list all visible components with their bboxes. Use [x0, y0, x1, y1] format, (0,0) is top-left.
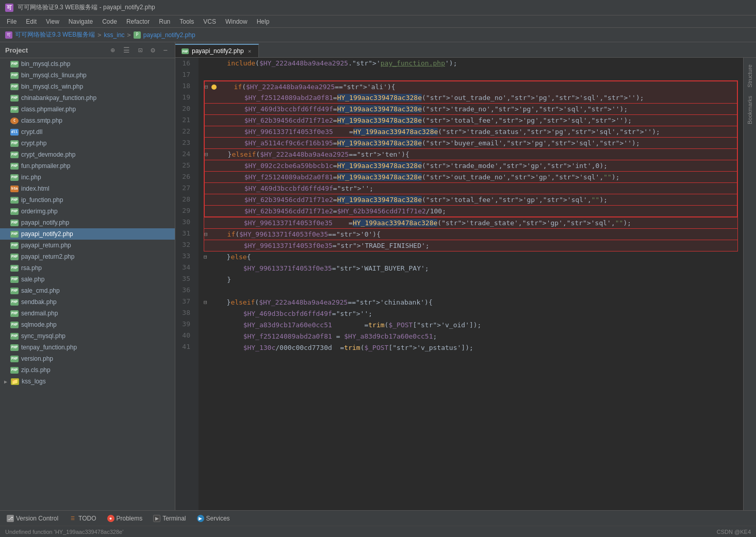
tab-close-btn[interactable]: ×: [247, 48, 253, 55]
code-area[interactable]: include($HY_222a448ba9a4ea2925."str">'pa…: [199, 58, 743, 510]
menu-help[interactable]: Help: [253, 17, 274, 26]
php-icon: PHP: [10, 72, 19, 79]
menu-refactor[interactable]: Refactor: [122, 17, 154, 26]
sidebar-gear-btn[interactable]: ⚙: [149, 45, 157, 55]
tree-item-chinabankpay_function-php[interactable]: PHPchinabankpay_function.php: [0, 92, 175, 104]
terminal-btn[interactable]: ▶ Terminal: [149, 514, 190, 523]
tree-item-crypt_devmode-php[interactable]: PHPcrypt_devmode.php: [0, 149, 175, 160]
code-content-22: $HY_99613371f4053f0e35 =HY_199aac339478a…: [212, 126, 660, 138]
tree-item-crypt-php[interactable]: PHPcrypt.php: [0, 138, 175, 149]
problems-btn[interactable]: ● Problems: [103, 514, 147, 523]
code-line-16: include($HY_222a448ba9a4ea2925."str">'pa…: [204, 58, 738, 69]
tree-label-class-phpmailer-php: class.phpmailer.php: [21, 106, 76, 113]
breadcrumb-sep1: >: [97, 31, 101, 39]
bookmarks-tab[interactable]: Bookmarks: [745, 92, 754, 128]
tree-item-index-html[interactable]: htmindex.html: [0, 183, 175, 194]
tree-item-bin_mysql-cls_win-php[interactable]: PHPbin_mysql.cls_win.php: [0, 81, 175, 92]
tree-item-ip_function-php[interactable]: PHPip_function.php: [0, 194, 175, 206]
menu-code[interactable]: Code: [98, 17, 121, 26]
tree-label-sqlmode-php: sqlmode.php: [21, 321, 57, 328]
code-content-26: $HY_f25124089abd2a0f81=HY_199aac339478ac…: [212, 172, 620, 183]
php-icon: PHP: [10, 95, 19, 102]
tree-item-bin_mysql-cls_linux-php[interactable]: PHPbin_mysql.cls_linux.php: [0, 70, 175, 81]
menu-window[interactable]: Window: [221, 17, 252, 26]
structure-tab[interactable]: Structure: [745, 60, 754, 92]
tree-item-payapi_return-php[interactable]: PHPpayapi_return.php: [0, 240, 175, 251]
tree-item-sqlmode-php[interactable]: PHPsqlmode.php: [0, 319, 175, 330]
tree-item-sendmail-php[interactable]: PHPsendmail.php: [0, 308, 175, 319]
breadcrumb-root[interactable]: 可可网络验证9.3 WEB服务端: [15, 30, 95, 39]
tree-item-rsa-php[interactable]: PHPrsa.php: [0, 262, 175, 274]
fold-icon-33[interactable]: ⊟: [204, 251, 210, 263]
tree-item-payapi_notify2-php[interactable]: PHPpayapi_notify2.php: [0, 228, 175, 240]
line-num-24: 24: [175, 148, 194, 160]
menu-vcs[interactable]: VCS: [199, 17, 220, 26]
tree-item-inc-php[interactable]: PHPinc.php: [0, 172, 175, 183]
tree-item-tenpay_function-php[interactable]: PHPtenpay_function.php: [0, 342, 175, 353]
code-line-33: ⊟ }else{: [204, 251, 738, 263]
terminal-label: Terminal: [162, 515, 186, 522]
code-content-19: $HY_f25124089abd2a0f81=HY_199aac339478ac…: [212, 92, 644, 104]
sidebar-minus-btn[interactable]: −: [161, 45, 170, 55]
tree-item-sync_mysql-php[interactable]: PHPsync_mysql.php: [0, 330, 175, 342]
tree-item-fun-phpmailer-php[interactable]: PHPfun.phpmailer.php: [0, 160, 175, 172]
fold-icon-24[interactable]: ⊟: [205, 149, 211, 160]
code-content-38: $HY_469d3bccbfd6ffd49f="str">'';: [211, 308, 372, 320]
version-control-btn[interactable]: ⎇ Version Control: [3, 514, 62, 523]
line-num-22: 22: [175, 126, 194, 137]
menu-navigate[interactable]: Navigate: [64, 17, 97, 26]
tree-item-sale-php[interactable]: PHPsale.php: [0, 274, 175, 285]
code-content-16: include($HY_222a448ba9a4ea2925."str">'pa…: [211, 58, 457, 69]
breadcrumb-folder[interactable]: kss_inc: [104, 31, 125, 39]
services-btn[interactable]: ▶ Services: [193, 514, 234, 523]
line-num-35: 35: [175, 273, 194, 284]
code-line-41: $HY_130c/000c00cd7730d =trim($_POST["str…: [204, 342, 738, 354]
tree-item-orderimg-php[interactable]: PHPorderimg.php: [0, 206, 175, 217]
menu-run[interactable]: Run: [155, 17, 174, 26]
tree-item-version-php[interactable]: PHPversion.php: [0, 353, 175, 364]
tree-label-bin_mysql-cls_linux-php: bin_mysql.cls_linux.php: [21, 72, 87, 79]
title-bar: 可 可可网络验证9.3 WEB服务端 - payapi_notify2.php: [0, 0, 756, 15]
tree-item-sale_cmd-php[interactable]: PHPsale_cmd.php: [0, 285, 175, 296]
fold-icon-31[interactable]: ⊟: [204, 229, 211, 240]
php-icon: PHP: [10, 231, 19, 238]
line-num-33: 33: [175, 250, 194, 262]
terminal-icon: ▶: [153, 515, 160, 522]
php-icon: PHP: [10, 276, 19, 283]
tree-item-crypt-dll[interactable]: dllcrypt.dll: [0, 126, 175, 138]
tree-item-zip-cls-php[interactable]: PHPzip.cls.php: [0, 364, 175, 376]
tab-file-icon: PHP: [182, 48, 189, 54]
code-content-41: $HY_130c/000c00cd7730d =trim($_POST["str…: [211, 342, 473, 354]
code-content-30: $HY_99613371f4053f0e35 =HY_199aac339478a…: [211, 217, 631, 229]
menu-tools[interactable]: Tools: [175, 17, 198, 26]
tree-label-payapi_notify-php: payapi_notify.php: [21, 219, 69, 226]
menu-file[interactable]: File: [3, 17, 21, 26]
code-line-34: $HY_99613371f4053f0e35="str">'WAIT_BUYER…: [204, 263, 738, 274]
todo-btn[interactable]: ☰ TODO: [65, 514, 100, 523]
tree-item-class-phpmailer-php[interactable]: PHPclass.phpmailer.php: [0, 104, 175, 115]
tree-item-payapi_notify-php[interactable]: PHPpayapi_notify.php: [0, 217, 175, 228]
tab-payapi-notify2[interactable]: PHP payapi_notify2.php ×: [175, 44, 259, 57]
tree-item-class-smtp-php[interactable]: Cclass.smtp.php: [0, 115, 175, 126]
sidebar-expand-btn[interactable]: ⊡: [136, 45, 144, 55]
menu-view[interactable]: View: [42, 17, 63, 26]
line-num-21: 21: [175, 114, 194, 126]
tree-label-payapi_return2-php: payapi_return2.php: [21, 253, 74, 260]
code-line-28: $HY_62b39456cdd71f71e2=HY_199aac339478ac…: [204, 194, 737, 206]
tab-bar: PHP payapi_notify2.php ×: [175, 42, 756, 58]
sidebar-add-btn[interactable]: ⊕: [108, 45, 117, 55]
menu-bar: File Edit View Navigate Code Refactor Ru…: [0, 15, 756, 28]
breadcrumb-file[interactable]: payapi_notify2.php: [143, 31, 195, 39]
code-content-33: }else{: [210, 251, 251, 263]
tree-label-crypt-php: crypt.php: [21, 140, 46, 147]
menu-edit[interactable]: Edit: [22, 17, 41, 26]
fold-icon-18[interactable]: ⊟: [205, 81, 211, 93]
tree-item-bin_mysql-cls-php[interactable]: PHPbin_mysql.cls.php: [0, 58, 175, 70]
fold-icon-37[interactable]: ⊟: [204, 297, 210, 308]
code-line-25: $HY_092c2cbe6a59bbcb1c=HY_199aac339478ac…: [204, 160, 737, 172]
sidebar-list-btn[interactable]: ☰: [121, 45, 132, 55]
tree-folder-kss-logs[interactable]: ▶📁kss_logs: [0, 376, 175, 387]
code-line-31: ⊟ if($HY_99613371f4053f0e35=="str">'0'){: [204, 229, 738, 240]
tree-item-payapi_return2-php[interactable]: PHPpayapi_return2.php: [0, 251, 175, 262]
tree-item-sendbak-php[interactable]: PHPsendbak.php: [0, 296, 175, 308]
